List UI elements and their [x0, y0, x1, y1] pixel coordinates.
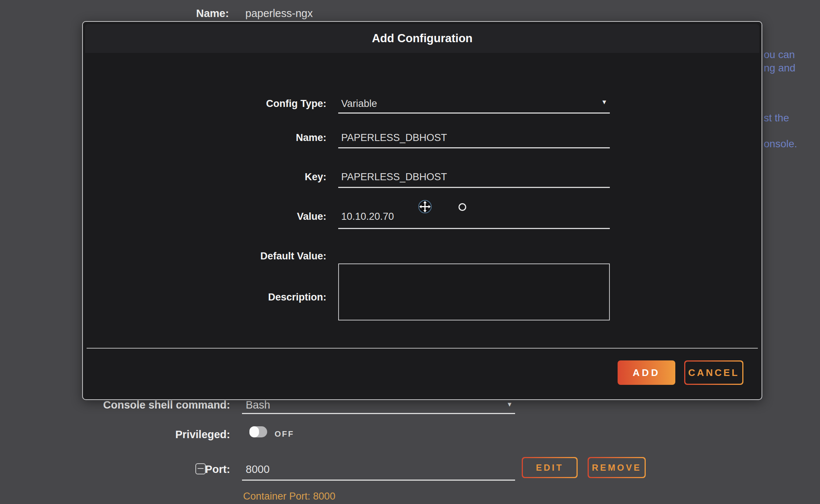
chevron-down-icon[interactable]: ▾	[508, 400, 511, 409]
default-value-label: Default Value:	[83, 251, 326, 262]
bg-name-label: Name:	[196, 7, 229, 20]
value-input[interactable]: 10.10.20.70	[341, 211, 394, 222]
console-shell-underline	[242, 413, 515, 414]
name-label: Name:	[83, 132, 326, 144]
console-shell-label: Console shell command:	[0, 399, 230, 411]
cancel-button[interactable]: CANCEL	[684, 360, 743, 385]
privileged-label: Privileged:	[0, 429, 230, 441]
chevron-down-icon[interactable]: ▾	[602, 97, 606, 106]
remove-button-label: REMOVE	[589, 458, 645, 477]
port-value[interactable]: 8000	[246, 463, 270, 476]
remove-button[interactable]: REMOVE	[588, 457, 646, 478]
bg-name-value[interactable]: paperless-ngx	[245, 7, 313, 20]
description-label: Description:	[83, 292, 326, 303]
add-button[interactable]: ADD	[618, 360, 675, 385]
click-indicator-icon	[458, 203, 466, 211]
container-port-note: Container Port: 8000	[243, 491, 335, 502]
port-underline	[242, 480, 515, 481]
key-input[interactable]: PAPERLESS_DBHOST	[341, 171, 447, 183]
key-label: Key:	[83, 171, 326, 183]
help-text-fragment: onsole.	[764, 138, 797, 150]
key-underline	[338, 187, 610, 188]
help-text-fragment: ng and	[764, 62, 796, 74]
edit-button-label: EDIT	[523, 458, 577, 477]
docker-edit-page: Name: paperless-ngx ou can ng and st the…	[0, 0, 820, 504]
move-cursor-icon	[418, 200, 432, 214]
privileged-state: OFF	[275, 429, 294, 439]
privileged-toggle[interactable]	[249, 426, 267, 437]
help-text-fragment: st the	[764, 112, 789, 124]
config-type-select[interactable]: Variable	[341, 98, 377, 110]
config-type-underline	[338, 112, 610, 114]
toggle-knob	[249, 426, 259, 437]
description-textarea[interactable]	[338, 263, 610, 320]
dialog-header: Add Configuration	[85, 24, 759, 53]
console-shell-select[interactable]: Bash	[246, 399, 270, 411]
help-text-fragment: ou can	[764, 49, 795, 61]
port-label: Port:	[0, 463, 230, 476]
name-underline	[338, 147, 610, 148]
value-label: Value:	[83, 211, 326, 222]
name-input[interactable]: PAPERLESS_DBHOST	[341, 132, 447, 144]
config-type-label: Config Type:	[83, 98, 326, 110]
cancel-button-label: CANCEL	[685, 362, 742, 384]
dialog-title: Add Configuration	[372, 32, 473, 45]
footer-divider	[87, 348, 758, 349]
edit-button[interactable]: EDIT	[522, 457, 578, 478]
value-underline	[338, 228, 610, 229]
